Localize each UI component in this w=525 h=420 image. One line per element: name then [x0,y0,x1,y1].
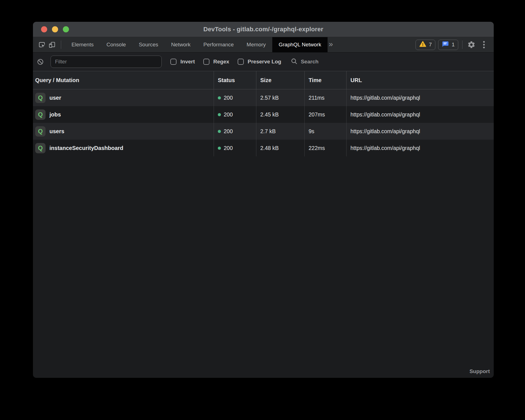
invert-checkbox[interactable] [170,59,176,65]
query-name-cell: Q jobs [33,106,214,123]
status-ok-dot-icon [218,147,221,150]
settings-button[interactable] [466,40,476,50]
status-code: 200 [224,128,233,135]
query-name: jobs [49,111,61,118]
tab-sources[interactable]: Sources [132,37,165,52]
issues-badge[interactable]: 1 [438,40,458,50]
devtools-toolbar: Elements Console Sources Network Perform… [33,37,494,52]
preserve-log-label: Preserve Log [248,59,281,65]
query-name: instanceSecurityDashboard [49,145,123,151]
size-cell: 2.48 kB [256,140,304,156]
table-row[interactable]: Q instanceSecurityDashboard 200 2.48 kB … [33,140,494,156]
invert-label: Invert [180,59,195,65]
time-value: 211ms [309,95,324,101]
size-cell: 2.7 kB [256,123,304,140]
gear-icon [467,40,476,49]
issues-count: 1 [452,42,455,48]
search-label: Search [301,59,318,65]
tab-label: Elements [71,42,94,48]
preserve-log-checkbox-group: Preserve Log [238,59,281,65]
issues-icon [442,40,449,49]
regex-checkbox-group: Regex [203,59,229,65]
query-name: user [49,95,61,101]
column-header-status: Status [214,71,256,89]
query-type-badge: Q [35,109,46,120]
table-row[interactable]: Q user 200 2.57 kB 211ms https://gitlab.… [33,89,494,106]
status-ok-dot-icon [218,113,221,116]
column-header-time: Time [304,71,346,89]
toolbar-right-cluster: 7 1 [416,40,494,50]
more-tabs-icon[interactable]: » [329,40,333,48]
kebab-menu-button[interactable] [479,41,489,48]
close-window-button[interactable] [41,26,47,32]
url-cell: https://gitlab.com/api/graphql [346,123,494,140]
request-list: Q user 200 2.57 kB 211ms https://gitlab.… [33,89,494,156]
table-row[interactable]: Q jobs 200 2.45 kB 207ms https://gitlab.… [33,106,494,123]
zoom-window-button[interactable] [63,26,69,32]
toolbar-divider [462,40,462,49]
minimize-window-button[interactable] [52,26,58,32]
url-cell: https://gitlab.com/api/graphql [346,89,494,106]
tab-network[interactable]: Network [165,37,197,52]
tab-label: Performance [203,42,234,48]
titlebar: DevTools - gitlab.com/-/graphql-explorer [33,22,494,37]
tab-label: Sources [139,42,158,48]
inspect-element-button[interactable] [37,40,47,50]
size-value: 2.7 kB [260,128,276,135]
filter-input[interactable] [51,56,162,68]
size-value: 2.45 kB [260,111,279,118]
size-value: 2.48 kB [260,145,279,151]
tab-memory[interactable]: Memory [240,37,272,52]
time-cell: 211ms [304,89,346,106]
query-type-badge: Q [35,143,46,153]
block-icon [37,58,44,65]
traffic-lights [41,26,69,32]
status-cell: 200 [214,123,256,140]
query-name: users [49,128,64,135]
search-toggle[interactable]: Search [291,58,318,66]
status-cell: 200 [214,140,256,156]
status-code: 200 [224,145,233,151]
tab-graphql-network[interactable]: GraphQL Network [272,37,328,52]
url-cell: https://gitlab.com/api/graphql [346,106,494,123]
tab-label: Memory [247,42,266,48]
regex-checkbox[interactable] [203,59,209,65]
query-type-badge: Q [35,93,46,103]
regex-label: Regex [213,59,229,65]
tab-console[interactable]: Console [100,37,132,52]
url-value: https://gitlab.com/api/graphql [350,128,420,135]
search-icon [291,58,298,66]
warnings-badge[interactable]: 7 [416,40,436,50]
time-cell: 9s [304,123,346,140]
time-cell: 207ms [304,106,346,123]
panel-tabs: Elements Console Sources Network Perform… [65,37,328,52]
tab-performance[interactable]: Performance [197,37,240,52]
device-toolbar-icon [48,41,56,49]
status-cell: 200 [214,89,256,106]
filter-bar: Invert Regex Preserve Log Search [33,52,494,71]
column-header-size: Size [256,71,304,89]
column-header-query-mutation: Query / Mutation [33,71,214,89]
url-value: https://gitlab.com/api/graphql [350,111,420,118]
time-value: 207ms [309,111,325,118]
table-header: Query / Mutation Status Size Time URL [33,71,494,89]
kebab-icon [483,47,485,48]
invert-checkbox-group: Invert [170,59,195,65]
query-name-cell: Q user [33,89,214,106]
time-value: 222ms [309,145,325,151]
table-row[interactable]: Q users 200 2.7 kB 9s https://gitlab.com… [33,123,494,140]
preserve-log-checkbox[interactable] [238,59,244,65]
status-ok-dot-icon [218,96,221,99]
clear-log-button[interactable] [35,57,45,67]
tab-label: GraphQL Network [279,42,321,48]
screen-background: DevTools - gitlab.com/-/graphql-explorer [0,0,525,420]
kebab-icon [483,44,485,46]
size-value: 2.57 kB [260,95,279,101]
tab-elements[interactable]: Elements [65,37,100,52]
device-toolbar-button[interactable] [47,40,57,50]
status-cell: 200 [214,106,256,123]
toolbar-divider [61,40,61,49]
status-code: 200 [224,95,233,101]
inspect-icon [38,41,46,49]
support-link[interactable]: Support [469,368,490,374]
